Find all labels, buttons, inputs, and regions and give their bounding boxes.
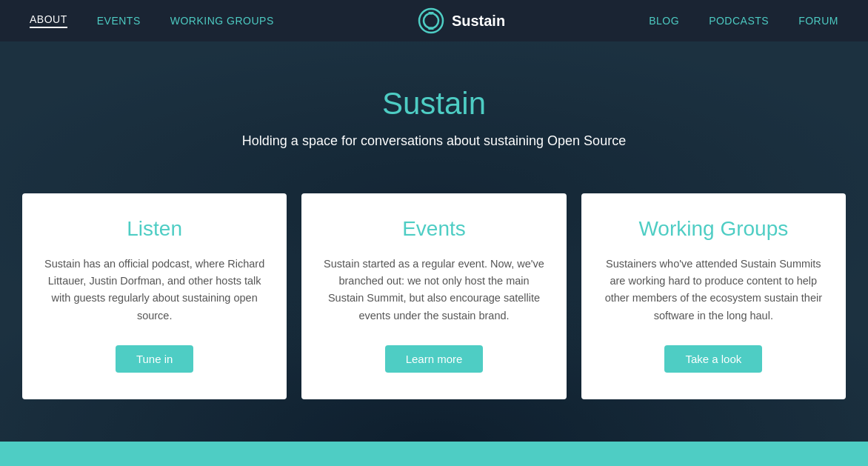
hero-title: Sustain [382, 86, 486, 122]
nav-link-working-groups[interactable]: WORKING GROUPS [170, 15, 274, 27]
card-text-working-groups: Sustainers who've attended Sustain Summi… [602, 256, 825, 324]
nav-right: BLOGPODCASTSFORUM [649, 15, 838, 27]
card-title-events: Events [402, 217, 466, 241]
card-title-listen: Listen [127, 217, 182, 241]
nav-link-blog[interactable]: BLOG [649, 15, 679, 27]
brand-name: Sustain [452, 13, 505, 30]
hero-section: Sustain Holding a space for conversation… [0, 41, 868, 442]
card-text-listen: Sustain has an official podcast, where R… [43, 256, 266, 324]
sustain-logo-icon [418, 7, 444, 34]
card-text-events: Sustain started as a regular event. Now,… [322, 256, 545, 324]
card-title-working-groups: Working Groups [638, 217, 788, 241]
main-nav: ABOUTEVENTSWORKING GROUPS Sustain BLOGPO… [0, 0, 868, 41]
card-working-groups: Working GroupsSustainers who've attended… [581, 193, 846, 399]
nav-link-podcasts[interactable]: PODCASTS [709, 15, 769, 27]
card-btn-listen[interactable]: Tune in [116, 345, 193, 373]
hero-subtitle: Holding a space for conversations about … [242, 133, 626, 149]
cards-row: ListenSustain has an official podcast, w… [0, 193, 868, 399]
card-btn-working-groups[interactable]: Take a look [664, 345, 762, 373]
nav-link-events[interactable]: EVENTS [97, 15, 141, 27]
hero-content: Sustain Holding a space for conversation… [0, 86, 868, 399]
brand-logo[interactable]: Sustain [418, 7, 505, 34]
newsletter-section: Newsletter [0, 442, 868, 466]
card-listen: ListenSustain has an official podcast, w… [22, 193, 287, 399]
nav-link-about[interactable]: ABOUT [30, 13, 67, 28]
nav-link-forum[interactable]: FORUM [798, 15, 838, 27]
card-events: EventsSustain started as a regular event… [301, 193, 566, 399]
nav-left: ABOUTEVENTSWORKING GROUPS [30, 13, 274, 28]
card-btn-events[interactable]: Learn more [385, 345, 484, 373]
